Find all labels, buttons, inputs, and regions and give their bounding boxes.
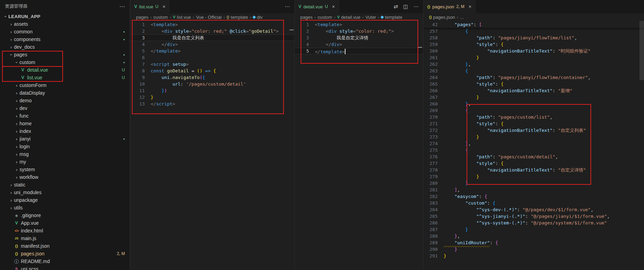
- tree-file-readme-md[interactable]: iREADME.md: [0, 257, 130, 265]
- code-line[interactable]: 260 "navigationBarTitleText": "时间组件验证": [423, 48, 644, 54]
- code-line[interactable]: 273 }: [423, 134, 644, 140]
- code-area-2[interactable]: 1<template>2 <div style="color: red;">3 …: [295, 21, 423, 270]
- split-editor-icon[interactable]: ◫: [403, 3, 408, 10]
- code-line[interactable]: 4 </div>: [130, 41, 294, 48]
- scrollbar-thumb[interactable]: [639, 21, 644, 80]
- breadcrumb-item-pages[interactable]: pages: [300, 15, 312, 20]
- code-line[interactable]: 289 "uniIdRouter": {: [423, 239, 644, 246]
- code-line[interactable]: 3 我是自定义详情: [295, 34, 423, 41]
- code-line[interactable]: 275 {: [423, 147, 644, 153]
- tree-folder-unpackage[interactable]: ›unpackage: [0, 196, 130, 204]
- tree-folder-system[interactable]: ›system: [0, 166, 130, 173]
- breadcrumb-2[interactable]: pages›custom›Vdetail.vue›Vuter›template: [295, 13, 423, 21]
- tree-folder-common[interactable]: ›common●: [0, 28, 130, 35]
- tree-file-detail-vue[interactable]: Vdetail.vueU: [0, 66, 130, 74]
- breadcrumb-item-pages-json[interactable]: {}pages.json: [429, 15, 455, 20]
- code-line[interactable]: 291}: [423, 253, 644, 259]
- tree-file-uni-scss[interactable]: Suni.scss: [0, 265, 130, 270]
- tree-file-app-vue[interactable]: VApp.vue: [0, 219, 130, 227]
- tree-file-pages-json[interactable]: {}pages.json2, M: [0, 250, 130, 257]
- code-line[interactable]: 264 "path": "pages/jianyi/flowTime/conta…: [423, 74, 644, 81]
- tree-file-gitignore[interactable]: ◆.gitignore: [0, 212, 130, 219]
- tree-file-main-js[interactable]: JSmain.js: [0, 235, 130, 242]
- breadcrumb-item-pages[interactable]: pages: [136, 15, 148, 20]
- tree-file-manifest-json[interactable]: {}manifest.json: [0, 242, 130, 250]
- code-line[interactable]: 6: [130, 54, 294, 61]
- code-line[interactable]: 278 "navigationBarTitleText": "自定义详情": [423, 167, 644, 173]
- breadcrumb-item-list-vue[interactable]: Vlist.vue: [173, 15, 191, 20]
- code-line[interactable]: 258 "path": "pages/jianyi/flowTime/list"…: [423, 34, 644, 41]
- tree-file-index-html[interactable]: <>index.html: [0, 227, 130, 235]
- code-line[interactable]: 42 "pages": [: [423, 21, 644, 28]
- close-icon[interactable]: ×: [469, 4, 471, 9]
- code-line[interactable]: 10 url: '/pages/custom/detail': [130, 81, 294, 87]
- more-actions-icon[interactable]: ⋯: [285, 3, 290, 10]
- code-line[interactable]: 2 <div style="color: red;">: [295, 28, 423, 34]
- breadcrumb-item-custom[interactable]: custom: [153, 15, 168, 20]
- tree-folder-workflow[interactable]: ›workflow: [0, 173, 130, 181]
- tree-folder-dev-docs[interactable]: ›dev_docs: [0, 43, 130, 51]
- code-line[interactable]: 280 }: [423, 180, 644, 186]
- tree-folder-demo[interactable]: ›demo: [0, 97, 130, 104]
- code-line[interactable]: 284 "^sys-dev-(.*)": "@/pages/dev/$1/for…: [423, 206, 644, 213]
- breadcrumb-item-vue-official[interactable]: Vue - Official: [196, 15, 222, 20]
- breadcrumb-item-detail-vue[interactable]: Vdetail.vue: [337, 15, 360, 20]
- breadcrumb-item-[interactable]: ...: [460, 15, 464, 20]
- tab-detail-vue[interactable]: Vdetail.vueU×: [295, 0, 339, 13]
- code-line[interactable]: 265 "style": {: [423, 81, 644, 87]
- breadcrumb-item-vuter[interactable]: Vuter: [365, 15, 376, 20]
- more-actions-icon[interactable]: ⋯: [413, 3, 419, 10]
- code-line[interactable]: 270 "path": "pages/custom/list",: [423, 114, 644, 120]
- tab-pages-json[interactable]: {}pages.json2, M×: [423, 0, 476, 13]
- code-line[interactable]: 3 我是自定义列表: [130, 34, 294, 41]
- tree-folder-components[interactable]: ›components●: [0, 35, 130, 43]
- tree-folder-custom[interactable]: ›custom●: [0, 58, 130, 66]
- code-line[interactable]: 259 "style": {: [423, 41, 644, 48]
- code-line[interactable]: 1<template>: [295, 21, 423, 28]
- tab-list-vue[interactable]: Vlist.vueU×: [130, 0, 169, 13]
- code-area-1[interactable]: 1<template>2 <div style="color: red;" @c…: [130, 21, 294, 270]
- code-line[interactable]: 257 {: [423, 28, 644, 34]
- code-line[interactable]: 279 }: [423, 173, 644, 180]
- code-line[interactable]: 268 },: [423, 101, 644, 107]
- tree-folder-utils[interactable]: ›utils: [0, 204, 130, 212]
- code-line[interactable]: 5</template>: [295, 48, 423, 54]
- code-line[interactable]: 12}: [130, 94, 294, 101]
- code-area-3[interactable]: 42 "pages": [257 {258 "path": "pages/jia…: [423, 21, 644, 270]
- tree-folder-datadisplay[interactable]: ›dataDisplay: [0, 89, 130, 97]
- code-line[interactable]: 288 },: [423, 233, 644, 239]
- tree-folder-customform[interactable]: ›customForm: [0, 81, 130, 89]
- code-line[interactable]: 9 uni.navigateTo({: [130, 74, 294, 81]
- code-line[interactable]: 277 "style": {: [423, 160, 644, 167]
- tree-folder-learun-app[interactable]: ›LEARUN_APP: [0, 13, 130, 20]
- tree-folder-home[interactable]: ›home: [0, 120, 130, 127]
- code-line[interactable]: 283 "custom": {: [423, 200, 644, 206]
- tree-folder-my[interactable]: ›my: [0, 158, 130, 166]
- code-line[interactable]: 5</template>: [130, 48, 294, 54]
- tree-folder-index[interactable]: ›index: [0, 127, 130, 135]
- breadcrumb-3[interactable]: {}pages.json›...: [423, 13, 644, 21]
- tree-file-list-vue[interactable]: Vlist.vueU: [0, 74, 130, 81]
- breadcrumb-item-div[interactable]: div: [253, 15, 263, 20]
- tree-folder-msg[interactable]: ›msg: [0, 150, 130, 158]
- open-changes-icon[interactable]: ⇄: [393, 3, 398, 10]
- code-line[interactable]: 286 "^sys-system-(.*)": "@/pages/system/…: [423, 220, 644, 226]
- code-line[interactable]: 290 }: [423, 246, 644, 253]
- code-line[interactable]: 274 },: [423, 140, 644, 147]
- breadcrumb-item-template[interactable]: {}template: [226, 15, 248, 20]
- code-line[interactable]: 261 }: [423, 54, 644, 61]
- tree-folder-func[interactable]: ›func: [0, 112, 130, 120]
- code-line[interactable]: 282 "easycom": {: [423, 193, 644, 200]
- tree-folder-static[interactable]: ›static: [0, 181, 130, 189]
- code-line[interactable]: 4 </div>: [295, 41, 423, 48]
- tree-folder-assets[interactable]: ›assets: [0, 20, 130, 28]
- code-line[interactable]: 271 "style": {: [423, 120, 644, 127]
- tree-folder-uni-modules[interactable]: ›uni_modules: [0, 189, 130, 196]
- code-line[interactable]: 276 "path": "pages/custom/detail",: [423, 153, 644, 160]
- code-line[interactable]: 11 }): [130, 87, 294, 94]
- code-line[interactable]: 287 }: [423, 226, 644, 233]
- code-line[interactable]: 266 "navigationBarTitleText": "新增": [423, 87, 644, 94]
- code-line[interactable]: 2 <div style="color: red;" @click="goDet…: [130, 28, 294, 34]
- close-icon[interactable]: ×: [332, 4, 335, 9]
- tree-folder-login[interactable]: ›login: [0, 143, 130, 150]
